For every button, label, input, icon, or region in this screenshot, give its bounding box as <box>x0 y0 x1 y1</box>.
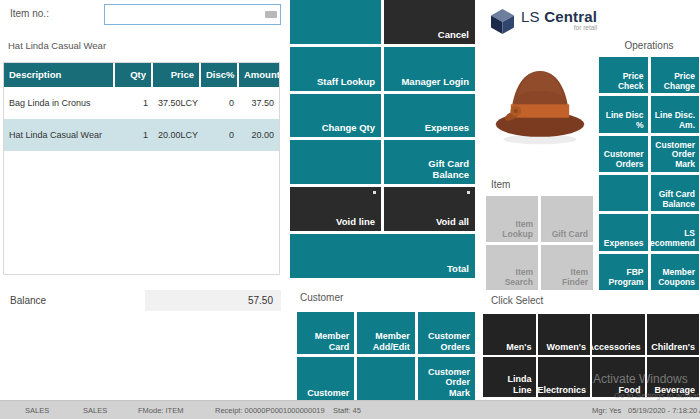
cell-description: Hat Linda Casual Wear <box>4 130 115 140</box>
cell-price: 20.00LCY <box>153 130 201 140</box>
customer-orders-button[interactable]: Customer Orders <box>599 136 648 172</box>
operations-grid: Price Check Price Change Line Disc % Lin… <box>599 57 699 290</box>
customer-order-mark-button[interactable]: Customer Order Mark <box>651 136 700 172</box>
staff-lookup-button[interactable]: Staff Lookup <box>290 47 381 91</box>
logo-text: LS Central for retail <box>521 8 597 31</box>
customer-orders-button[interactable]: Customer Orders <box>418 312 475 354</box>
item-no-label: Item no.: <box>10 8 49 19</box>
cancel-button[interactable]: Cancel <box>384 0 475 44</box>
status-fmode: FMode: ITEM <box>138 406 183 415</box>
balance-label: Balance <box>10 295 46 306</box>
mens-button[interactable]: Men's <box>483 314 536 355</box>
accessories-button[interactable]: Accessories <box>592 314 645 355</box>
cell-price: 37.50LCY <box>153 98 201 108</box>
total-button[interactable]: Total <box>290 234 475 278</box>
item-search-button[interactable]: Item Search <box>486 245 538 291</box>
activation-watermark-line2: Go to Settings to activate <box>614 391 700 400</box>
cell-qty: 1 <box>115 130 153 140</box>
blank-button[interactable] <box>290 140 381 184</box>
column-description: Description <box>4 63 115 87</box>
receipt-table: Description Qty Price Disc% Amount Bag L… <box>3 62 280 275</box>
receipt-table-header: Description Qty Price Disc% Amount <box>4 63 279 87</box>
void-all-button[interactable]: Void all <box>384 187 475 231</box>
pos-screen: Item no.: Hat Linda Casual Wear Descript… <box>0 0 700 419</box>
member-add-edit-button[interactable]: Member Add/Edit <box>357 312 414 354</box>
fbp-program-button[interactable]: FBP Program <box>599 254 648 290</box>
table-row-selected[interactable]: Hat Linda Casual Wear 1 20.00LCY 0 20.00 <box>4 119 279 151</box>
line-disc-amount-button[interactable]: Line Disc. Am. <box>651 96 700 132</box>
void-line-button[interactable]: Void line <box>290 187 381 231</box>
blank-button[interactable] <box>290 0 381 44</box>
status-mgr: Mgr: Yes <box>592 406 621 415</box>
hat-image <box>490 60 590 152</box>
blank-button[interactable] <box>357 357 414 400</box>
column-disc: Disc% <box>201 63 239 87</box>
line-disc-pct-button[interactable]: Line Disc % <box>599 96 648 132</box>
blank-button[interactable] <box>599 175 648 211</box>
function-grid: Cancel Staff Lookup Manager Login Change… <box>290 0 475 278</box>
logo-name: Central <box>544 8 597 25</box>
void-all-label: Void all <box>436 217 469 228</box>
ls-cube-icon <box>490 8 515 35</box>
click-select-section-title: Click Select <box>491 295 543 306</box>
status-datetime: 05/19/2020 - 7:18:20 AM <box>628 406 700 415</box>
void-badge-icon <box>467 191 470 194</box>
womens-button[interactable]: Women's <box>538 314 591 355</box>
operations-section-title: Operations <box>599 40 699 51</box>
change-qty-button[interactable]: Change Qty <box>290 94 381 138</box>
childrens-button[interactable]: Children's <box>647 314 700 355</box>
logo-prefix: LS <box>521 8 540 25</box>
status-staff: Staff: 45 <box>333 406 361 415</box>
ls-recommend-button[interactable]: LS Recommend <box>651 214 700 250</box>
column-amount: Amount <box>239 63 279 87</box>
gift-card-balance-button[interactable]: Gift Card Balance <box>651 175 700 211</box>
customer-button[interactable]: Customer <box>297 357 354 400</box>
status-receipt: Receipt: 00000P0001000000019 <box>215 406 325 415</box>
status-bar: SALES SALES FMode: ITEM Receipt: 00000P0… <box>0 400 700 419</box>
expenses-button[interactable]: Expenses <box>384 94 475 138</box>
cell-amount: 37.50 <box>239 98 279 108</box>
void-badge-icon <box>373 191 376 194</box>
customer-grid: Member Card Member Add/Edit Customer Ord… <box>297 312 475 400</box>
manager-login-button[interactable]: Manager Login <box>384 47 475 91</box>
cell-disc: 0 <box>201 98 239 108</box>
item-section-title: Item <box>491 179 510 190</box>
member-card-button[interactable]: Member Card <box>297 312 354 354</box>
gift-card-button[interactable]: Gift Card <box>541 196 593 242</box>
price-change-button[interactable]: Price Change <box>651 57 700 93</box>
column-qty: Qty <box>115 63 153 87</box>
cell-description: Bag Linda in Cronus <box>4 98 115 108</box>
activation-watermark-line1: Activate Windows <box>593 372 688 386</box>
item-grid: Item Lookup Gift Card Item Search Item F… <box>486 196 593 290</box>
scanned-item-name: Hat Linda Casual Wear <box>8 40 106 51</box>
keyboard-icon[interactable] <box>265 11 277 18</box>
item-no-input[interactable] <box>104 4 281 25</box>
column-price: Price <box>153 63 201 87</box>
linda-line-button[interactable]: Linda Line <box>483 357 536 398</box>
expenses-button[interactable]: Expenses <box>599 214 648 250</box>
customer-order-mark-button[interactable]: Customer Order Mark <box>418 357 475 400</box>
ls-central-logo: LS Central for retail <box>490 8 597 35</box>
item-lookup-button[interactable]: Item Lookup <box>486 196 538 242</box>
product-image-hat <box>487 56 593 156</box>
cell-amount: 20.00 <box>239 130 279 140</box>
cell-qty: 1 <box>115 98 153 108</box>
void-line-label: Void line <box>336 217 375 228</box>
status-sales-2: SALES <box>83 406 107 415</box>
member-coupons-button[interactable]: Member Coupons <box>651 254 700 290</box>
cell-disc: 0 <box>201 130 239 140</box>
logo-tagline: for retail <box>521 24 597 31</box>
gift-card-balance-button[interactable]: Gift Card Balance <box>384 140 475 184</box>
customer-section-title: Customer <box>300 292 343 303</box>
table-row[interactable]: Bag Linda in Cronus 1 37.50LCY 0 37.50 <box>4 87 279 119</box>
status-sales-1: SALES <box>25 406 49 415</box>
balance-value: 57.50 <box>145 290 281 311</box>
electronics-button[interactable]: Electronics <box>538 357 591 398</box>
item-finder-button[interactable]: Item Finder <box>541 245 593 291</box>
price-check-button[interactable]: Price Check <box>599 57 648 93</box>
